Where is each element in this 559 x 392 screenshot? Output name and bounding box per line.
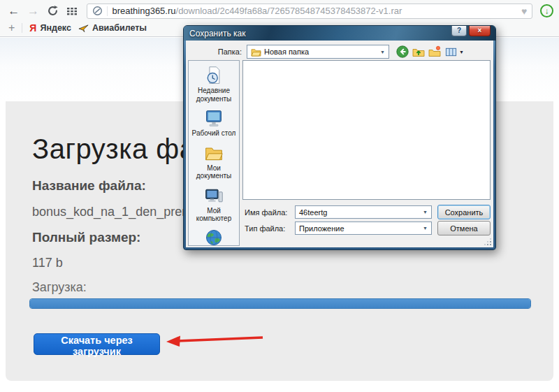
page-file-name-value: bonus_kod_na_1_den_prema bbox=[32, 205, 199, 219]
file-type-value: Приложение bbox=[299, 224, 344, 233]
place-my-documents[interactable]: Мои документы bbox=[189, 143, 239, 180]
place-label: Мой компьютер bbox=[189, 207, 239, 223]
back-icon[interactable]: ← bbox=[6, 3, 22, 19]
folder-label: Папка: bbox=[198, 48, 242, 56]
help-button[interactable]: ? bbox=[451, 26, 467, 36]
close-icon[interactable]: × bbox=[469, 26, 491, 36]
bookmark-aviabilety[interactable]: Авиабилеты bbox=[78, 23, 147, 33]
place-recent-documents[interactable]: Недавние документы bbox=[189, 66, 239, 103]
dialog-toolbar: ▼ bbox=[396, 45, 464, 58]
page-file-size-label: Полный размер: bbox=[32, 230, 140, 245]
airplane-icon bbox=[78, 23, 89, 33]
url-path: /download/2c449fa68a/7265785487453784538… bbox=[176, 6, 402, 16]
place-label: Мои документы bbox=[189, 164, 239, 180]
dialog-titlebar[interactable]: Сохранить как bbox=[184, 26, 495, 41]
downloads-icon[interactable]: ↓ bbox=[540, 4, 553, 17]
my-computer-icon bbox=[204, 186, 224, 205]
progress-fill bbox=[30, 299, 530, 308]
bookmark-yandex[interactable]: Я Яндекс bbox=[29, 22, 71, 34]
progress-bar bbox=[29, 298, 531, 309]
chevron-down-icon: ▼ bbox=[380, 50, 385, 55]
dialog-body: Папка: Новая папка ▼ ▼ bbox=[186, 41, 493, 247]
bookmarks-divider bbox=[22, 23, 22, 33]
back-nav-icon[interactable] bbox=[396, 45, 409, 58]
url-text: breathing365.ru/download/2c449fa68a/7265… bbox=[112, 6, 516, 16]
views-icon[interactable] bbox=[444, 45, 457, 58]
bookmark-label: Яндекс bbox=[40, 23, 71, 33]
new-folder-icon[interactable] bbox=[428, 45, 441, 58]
places-bar: Недавние документы Рабочий стол Мои доку… bbox=[188, 60, 240, 246]
site-badge-icon[interactable] bbox=[92, 6, 103, 16]
place-my-computer[interactable]: Мой компьютер bbox=[189, 186, 239, 223]
speed-dial-icon[interactable] bbox=[64, 3, 80, 19]
forward-icon[interactable]: → bbox=[25, 3, 42, 19]
dialog-title: Сохранить как bbox=[189, 29, 245, 38]
place-label: Недавние документы bbox=[189, 87, 239, 103]
progress-label: Загрузка: bbox=[32, 280, 87, 295]
bookmark-heart-icon[interactable]: ♥ bbox=[521, 6, 527, 17]
network-globe-icon bbox=[205, 228, 223, 247]
add-bookmark-icon[interactable]: + bbox=[8, 22, 15, 34]
recent-documents-icon bbox=[204, 66, 224, 85]
dialog-file-name-label: Имя файла: bbox=[245, 208, 287, 217]
my-documents-icon bbox=[204, 143, 224, 163]
yandex-icon: Я bbox=[29, 22, 36, 34]
place-network[interactable]: Сетевое bbox=[189, 228, 239, 247]
chevron-down-icon: ▼ bbox=[423, 210, 428, 215]
chevron-down-icon[interactable]: ▼ bbox=[459, 50, 464, 55]
file-type-select[interactable]: Приложение ▼ bbox=[295, 222, 432, 235]
cancel-button[interactable]: Отмена bbox=[437, 221, 491, 235]
place-label: Рабочий стол bbox=[191, 129, 238, 138]
dialog-file-type-label: Тип файла: bbox=[245, 224, 285, 233]
resize-grip[interactable] bbox=[484, 238, 492, 246]
page-file-size-value: 117 b bbox=[32, 256, 63, 270]
annotation-arrow-icon bbox=[165, 332, 267, 349]
url-domain: breathing365.ru bbox=[112, 6, 175, 16]
file-name-input[interactable]: 46teertg ▼ bbox=[295, 205, 432, 219]
bookmark-label: Авиабилеты bbox=[92, 23, 147, 33]
file-name-value: 46teertg bbox=[299, 208, 327, 217]
page-file-name-label: Название файла: bbox=[32, 178, 146, 194]
place-desktop[interactable]: Рабочий стол bbox=[189, 108, 239, 138]
chevron-down-icon: ▼ bbox=[423, 226, 428, 231]
file-list[interactable] bbox=[242, 60, 491, 200]
address-bar-divider bbox=[107, 6, 108, 16]
save-button[interactable]: Сохранить bbox=[437, 205, 491, 219]
save-as-dialog: Сохранить как ? × Папка: Новая папка ▼ bbox=[183, 25, 496, 250]
up-folder-icon[interactable] bbox=[412, 45, 425, 58]
folder-select[interactable]: Новая папка ▼ bbox=[247, 45, 389, 59]
desktop-icon bbox=[204, 108, 224, 128]
download-button[interactable]: Скачать через загрузчик bbox=[34, 333, 160, 355]
address-bar[interactable]: breathing365.ru/download/2c449fa68a/7265… bbox=[87, 3, 532, 19]
reload-icon[interactable] bbox=[44, 3, 61, 19]
browser-toolbar: ← → breathing365.ru/download/2c449fa68a/… bbox=[0, 0, 559, 20]
folder-icon bbox=[251, 48, 261, 57]
folder-value: Новая папка bbox=[264, 48, 309, 56]
